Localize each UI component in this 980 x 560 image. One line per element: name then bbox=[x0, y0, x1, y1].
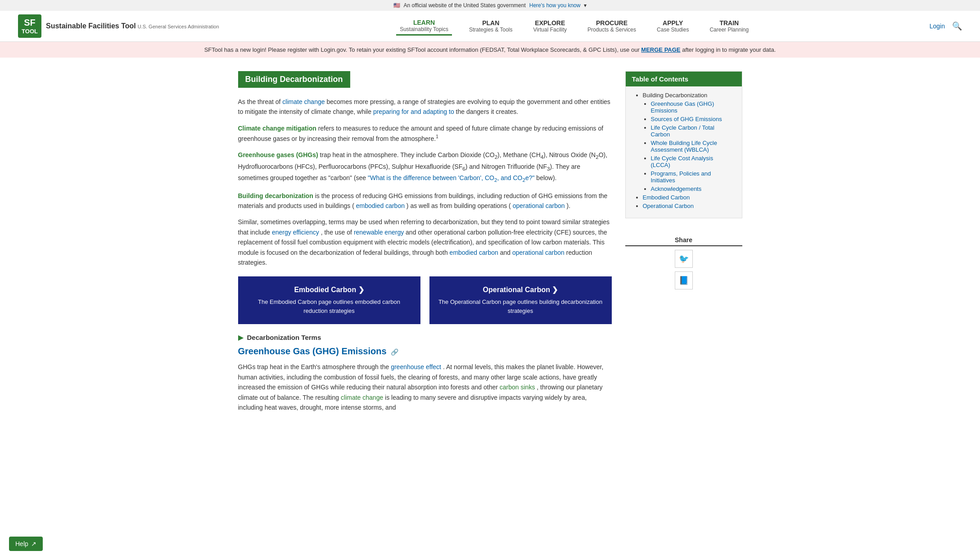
decarb-terms-heading: Decarbonization Terms bbox=[247, 334, 321, 341]
greenhouse-effect-link[interactable]: greenhouse effect bbox=[391, 363, 441, 370]
alert-text-1: SFTool has a new login! Please register … bbox=[204, 46, 640, 53]
intro-text-1: As the threat of bbox=[238, 98, 283, 105]
toc-sub-programs: Programs, Policies and Initiatives bbox=[651, 170, 733, 184]
toc-link-operational[interactable]: Operational Carbon bbox=[643, 203, 694, 209]
nav-learn-main: LEARN bbox=[400, 19, 448, 26]
building-decarb-paragraph: Building decarbonization is the process … bbox=[238, 191, 612, 211]
mitigation-term: Climate change mitigation bbox=[238, 125, 316, 132]
how-to-know-link[interactable]: Here's how you know bbox=[529, 2, 581, 9]
alert-banner: SFTool has a new login! Please register … bbox=[0, 42, 980, 58]
toc-link-sources[interactable]: Sources of GHG Emissions bbox=[651, 116, 722, 122]
operational-carbon-link-1[interactable]: operational carbon bbox=[513, 202, 565, 209]
toc-sub-sources: Sources of GHG Emissions bbox=[651, 116, 733, 122]
alert-text-2: after logging in to migrate your data. bbox=[682, 46, 776, 53]
twitter-icon: 🐦 bbox=[679, 254, 689, 264]
decarb-terms-heading-area: ▶ Decarbonization Terms bbox=[238, 333, 612, 342]
main-nav: LEARN Sustainability Topics PLAN Strateg… bbox=[396, 17, 752, 36]
ghg-term: Greenhouse gases (GHGs) bbox=[238, 151, 318, 158]
toc-link-lcca[interactable]: Life Cycle Cost Analysis (LCCA) bbox=[651, 155, 714, 168]
toc-link-acknowledgements[interactable]: Acknowledgements bbox=[651, 185, 702, 192]
energy-efficiency-link[interactable]: energy efficiency bbox=[272, 229, 319, 236]
ghg-section-text-1: GHGs trap heat in the Earth's atmosphere… bbox=[238, 363, 391, 370]
nav-explore-main: EXPLORE bbox=[533, 19, 567, 27]
login-link[interactable]: Login bbox=[930, 23, 945, 30]
toc-sub-lifecycle: Life Cycle Carbon / Total Carbon bbox=[651, 124, 733, 138]
nav-procure-main: PROCURE bbox=[587, 19, 636, 27]
dropdown-arrow: ▾ bbox=[584, 2, 587, 9]
nav-plan-main: PLAN bbox=[469, 19, 513, 27]
play-icon: ▶ bbox=[238, 333, 244, 342]
share-label: Share bbox=[625, 236, 742, 246]
facebook-share-button[interactable]: 📘 bbox=[675, 271, 693, 289]
operational-carbon-card-title: Operational Carbon ❯ bbox=[438, 285, 603, 294]
embodied-carbon-link-1[interactable]: embodied carbon bbox=[356, 202, 405, 209]
embodied-carbon-card-desc: The Embodied Carbon page outlines embodi… bbox=[247, 298, 411, 315]
main-layout: Building Decarbonization As the threat o… bbox=[220, 58, 760, 432]
intro-paragraph-1: As the threat of climate change becomes … bbox=[238, 97, 612, 117]
logo-area: SF TOOL Sustainable Facilities Tool U.S.… bbox=[18, 14, 219, 38]
building-text-3: ). bbox=[567, 202, 571, 209]
flag-icon: 🇺🇸 bbox=[393, 2, 400, 9]
nav-apply[interactable]: APPLY Case Studies bbox=[653, 18, 692, 35]
merge-page-link[interactable]: MERGE PAGE bbox=[641, 46, 680, 53]
page-title: Building Decarbonization bbox=[238, 71, 350, 88]
toc-list: Building Decarbonization Greenhouse Gas … bbox=[635, 92, 733, 209]
toc-title: Table of Contents bbox=[626, 72, 742, 86]
nav-train-main: TRAIN bbox=[709, 19, 749, 27]
gov-text: An official website of the United States… bbox=[404, 2, 526, 9]
nav-train[interactable]: TRAIN Career Planning bbox=[706, 18, 752, 35]
toc-link-lifecycle[interactable]: Life Cycle Carbon / Total Carbon bbox=[651, 124, 714, 138]
similar-paragraph: Similar, sometimes overlapping, terms ma… bbox=[238, 217, 612, 267]
ghg-section-title-text: Greenhouse Gas (GHG) Emissions bbox=[238, 346, 387, 356]
nav-explore-sub: Virtual Facility bbox=[533, 27, 567, 33]
operational-carbon-card[interactable]: Operational Carbon ❯ The Operational Car… bbox=[429, 276, 612, 324]
climate-change-link-2[interactable]: climate change bbox=[341, 394, 383, 401]
carbon-sinks-link[interactable]: carbon sinks bbox=[500, 384, 535, 391]
content-area: Building Decarbonization As the threat o… bbox=[238, 71, 612, 419]
preparing-link[interactable]: preparing for and adapting to bbox=[373, 108, 454, 115]
logo-tool: TOOL bbox=[22, 28, 38, 35]
toc-sub-lcca: Life Cycle Cost Analysis (LCCA) bbox=[651, 155, 733, 168]
renewable-energy-link[interactable]: renewable energy bbox=[354, 229, 404, 236]
gov-banner: 🇺🇸 An official website of the United Sta… bbox=[0, 0, 980, 11]
nav-procure[interactable]: PROCURE Products & Services bbox=[584, 18, 640, 35]
nav-learn[interactable]: LEARN Sustainability Topics bbox=[396, 17, 452, 36]
embodied-carbon-card[interactable]: Embodied Carbon ❯ The Embodied Carbon pa… bbox=[238, 276, 420, 324]
share-area: Share 🐦 📘 bbox=[625, 236, 742, 293]
logo-sf: SF bbox=[24, 18, 36, 28]
toc-link-wblca[interactable]: Whole Building Life Cycle Assessment (WB… bbox=[651, 140, 717, 153]
logo-box: SF TOOL bbox=[18, 14, 41, 38]
building-text-2: ) as well as from building operations ( bbox=[406, 202, 511, 209]
embodied-carbon-card-title: Embodied Carbon ❯ bbox=[247, 285, 411, 294]
building-term: Building decarbonization bbox=[238, 192, 313, 199]
mitigation-paragraph: Climate change mitigation refers to meas… bbox=[238, 123, 612, 144]
ghg-section-title[interactable]: Greenhouse Gas (GHG) Emissions 🔗 bbox=[238, 346, 612, 357]
toc-link-embodied[interactable]: Embodied Carbon bbox=[643, 194, 690, 201]
site-title: Sustainable Facilities Tool bbox=[46, 22, 136, 30]
twitter-share-button[interactable]: 🐦 bbox=[675, 250, 693, 268]
header-right: Login 🔍 bbox=[930, 21, 962, 31]
toc-link-programs[interactable]: Programs, Policies and Initiatives bbox=[651, 170, 711, 184]
toc-link-ghg[interactable]: Greenhouse Gas (GHG) Emissions bbox=[651, 100, 714, 114]
nav-plan[interactable]: PLAN Strategies & Tools bbox=[465, 18, 516, 35]
logo-text: Sustainable Facilities Tool U.S. General… bbox=[46, 22, 219, 31]
nav-explore[interactable]: EXPLORE Virtual Facility bbox=[530, 18, 570, 35]
operational-carbon-link-2[interactable]: operational carbon bbox=[512, 249, 565, 256]
site-subtitle: U.S. General Services Administration bbox=[138, 24, 219, 29]
similar-text-2: , the use of bbox=[321, 229, 354, 236]
carbon-diff-link[interactable]: "What is the difference between 'Carbon'… bbox=[368, 174, 534, 181]
intro-text-3: the dangers it creates. bbox=[456, 108, 519, 115]
nav-apply-main: APPLY bbox=[657, 19, 689, 27]
ghg-text-below: below). bbox=[536, 174, 556, 181]
climate-change-link-1[interactable]: climate change bbox=[282, 98, 325, 105]
ghg-paragraph: Greenhouse gases (GHGs) trap heat in the… bbox=[238, 150, 612, 184]
search-button[interactable]: 🔍 bbox=[952, 21, 962, 31]
toc-item-building: Building Decarbonization Greenhouse Gas … bbox=[643, 92, 733, 192]
toc-sub-acknowledgements: Acknowledgements bbox=[651, 185, 733, 192]
embodied-carbon-link-2[interactable]: embodied carbon bbox=[450, 249, 498, 256]
toc-sub-wblca: Whole Building Life Cycle Assessment (WB… bbox=[651, 140, 733, 153]
toc-item-embodied: Embodied Carbon bbox=[643, 194, 733, 201]
similar-text-4: and bbox=[500, 249, 512, 256]
facebook-icon: 📘 bbox=[679, 275, 689, 285]
nav-apply-sub: Case Studies bbox=[657, 27, 689, 33]
